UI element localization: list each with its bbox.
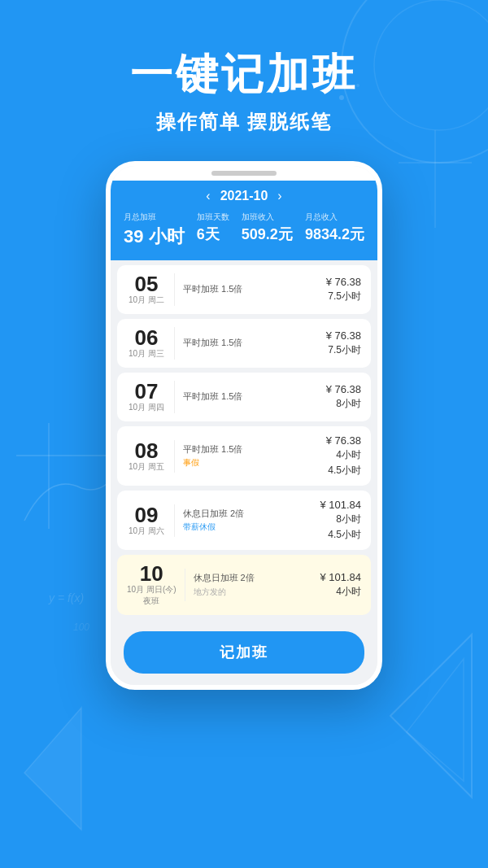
record-details: 休息日加班 2倍地方发的 xyxy=(194,572,304,598)
record-card[interactable]: 0510月 周二平时加班 1.5倍¥ 76.387.5小时 xyxy=(117,265,371,314)
record-hours: 4小时 xyxy=(327,585,361,599)
vertical-divider xyxy=(174,440,175,473)
month-display: 2021-10 xyxy=(220,189,268,203)
record-card[interactable]: 0710月 周四平时加班 1.5倍¥ 76.388小时 xyxy=(117,373,371,421)
stat-overtime-income: 加班收入 509.2元 xyxy=(242,212,293,249)
next-month-btn[interactable]: › xyxy=(277,189,281,203)
record-money: ¥ 101.84 xyxy=(312,499,361,511)
record-card[interactable]: 0610月 周三平时加班 1.5倍¥ 76.387.5小时 xyxy=(117,319,371,368)
record-hours: 4小时 xyxy=(327,448,361,462)
date-info: 10月 周二 xyxy=(127,294,166,306)
date-col: 1010月 周日(今)夜班 xyxy=(127,563,176,607)
stat-label-1: 加班天数 xyxy=(197,212,229,223)
record-right: ¥ 101.848小时4.5小时 xyxy=(312,499,361,542)
record-right: ¥ 101.844小时 xyxy=(312,571,361,599)
date-info: 10月 周六 xyxy=(127,526,166,537)
date-col: 0810月 周五 xyxy=(127,440,166,473)
sub-title: 操作简单 摆脱纸笔 xyxy=(0,109,488,135)
record-details: 平时加班 1.5倍 xyxy=(183,390,304,404)
record-type: 平时加班 1.5倍 xyxy=(183,443,304,456)
vertical-divider xyxy=(174,504,175,537)
stat-days: 加班天数 6天 xyxy=(197,212,229,249)
date-info: 10月 周三 xyxy=(127,348,166,360)
record-type: 休息日加班 2倍 xyxy=(194,572,304,584)
record-note: 地方发的 xyxy=(194,587,304,598)
date-info: 10月 周四 xyxy=(127,402,166,413)
record-money: ¥ 76.38 xyxy=(312,276,361,288)
stat-value-2: 509.2元 xyxy=(242,225,293,244)
record-card[interactable]: 0910月 周六休息日加班 2倍带薪休假¥ 101.848小时4.5小时 xyxy=(117,491,371,550)
vertical-divider xyxy=(174,273,175,306)
record-card[interactable]: 0810月 周五平时加班 1.5倍事假¥ 76.384小时4.5小时 xyxy=(117,426,371,486)
app-header: ‹ 2021-10 › 月总加班 39 小时 加班天数 6天 加班收入 509.… xyxy=(111,181,377,260)
month-nav: ‹ 2021-10 › xyxy=(124,189,364,203)
record-right: ¥ 76.384小时4.5小时 xyxy=(312,434,361,478)
record-right: ¥ 76.388小时 xyxy=(312,383,361,411)
date-num: 07 xyxy=(127,381,166,402)
stats-row: 月总加班 39 小时 加班天数 6天 加班收入 509.2元 月总收入 9834… xyxy=(124,212,364,249)
stat-total-income: 月总收入 9834.2元 xyxy=(305,212,364,249)
record-money: ¥ 101.84 xyxy=(312,571,361,583)
phone-notch xyxy=(111,166,377,181)
record-right: ¥ 76.387.5小时 xyxy=(312,329,361,357)
record-type: 平时加班 1.5倍 xyxy=(183,283,304,295)
record-tag: 带薪休假 xyxy=(183,521,304,533)
record-details: 休息日加班 2倍带薪休假 xyxy=(183,508,304,533)
record-details: 平时加班 1.5倍 xyxy=(183,337,304,351)
stat-label-2: 加班收入 xyxy=(242,212,293,223)
btn-area: 记加班 xyxy=(111,625,377,685)
stat-total-overtime: 月总加班 39 小时 xyxy=(124,212,185,249)
vertical-divider xyxy=(174,381,175,413)
records-list: 0510月 周二平时加班 1.5倍¥ 76.387.5小时0610月 周三平时加… xyxy=(111,260,377,625)
record-type: 平时加班 1.5倍 xyxy=(183,337,304,349)
date-info: 10月 周五 xyxy=(127,461,166,473)
record-type: 休息日加班 2倍 xyxy=(183,508,304,520)
date-col: 0910月 周六 xyxy=(127,504,166,537)
record-card[interactable]: 1010月 周日(今)夜班休息日加班 2倍地方发的¥ 101.844小时 xyxy=(117,555,371,615)
date-num: 10 xyxy=(127,563,176,584)
record-button[interactable]: 记加班 xyxy=(124,631,364,674)
record-type: 平时加班 1.5倍 xyxy=(183,390,304,403)
stat-label-0: 月总加班 xyxy=(124,212,185,223)
record-hours: 7.5小时 xyxy=(327,290,361,303)
date-num: 05 xyxy=(127,273,166,294)
record-details: 平时加班 1.5倍 xyxy=(183,283,304,297)
date-num: 08 xyxy=(127,440,166,461)
date-num: 09 xyxy=(127,504,166,526)
record-hours-2: 4.5小时 xyxy=(327,528,361,542)
svg-marker-8 xyxy=(24,708,81,830)
record-money: ¥ 76.38 xyxy=(312,329,361,342)
date-col: 0610月 周三 xyxy=(127,327,166,360)
stat-value-1: 6天 xyxy=(197,225,229,244)
stat-label-3: 月总收入 xyxy=(305,212,364,223)
record-details: 平时加班 1.5倍事假 xyxy=(183,443,304,469)
record-hours: 7.5小时 xyxy=(327,343,361,357)
prev-month-btn[interactable]: ‹ xyxy=(206,189,210,203)
phone-mockup: ‹ 2021-10 › 月总加班 39 小时 加班天数 6天 加班收入 509.… xyxy=(106,161,382,690)
record-hours: 8小时 xyxy=(327,397,361,411)
date-info: 10月 周日(今)夜班 xyxy=(127,584,176,607)
stat-value-3: 9834.2元 xyxy=(305,225,364,244)
vertical-divider xyxy=(185,569,185,601)
record-money: ¥ 76.38 xyxy=(312,383,361,395)
date-num: 06 xyxy=(127,327,166,348)
record-hours: 8小时 xyxy=(327,513,361,526)
main-title: 一键记加班 xyxy=(0,49,488,99)
record-hours-2: 4.5小时 xyxy=(327,464,361,478)
vertical-divider xyxy=(174,327,175,360)
record-right: ¥ 76.387.5小时 xyxy=(312,276,361,303)
date-col: 0710月 周四 xyxy=(127,381,166,413)
date-col: 0510月 周二 xyxy=(127,273,166,306)
stat-value-0: 39 小时 xyxy=(124,225,185,249)
record-money: ¥ 76.38 xyxy=(312,434,361,447)
record-tag: 事假 xyxy=(183,457,304,469)
